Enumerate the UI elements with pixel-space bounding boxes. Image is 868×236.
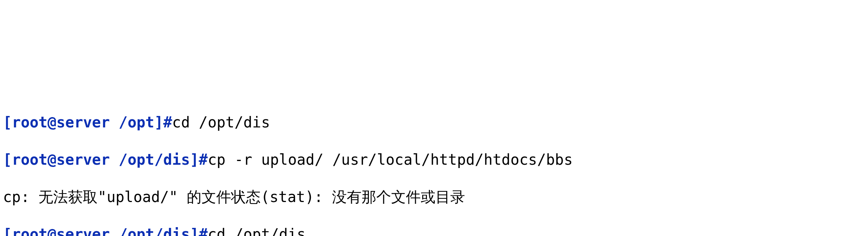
shell-prompt: [root@server /opt/dis]# (3, 226, 208, 236)
shell-prompt: [root@server /opt/dis]# (3, 151, 208, 168)
terminal-line: [root@server /opt/dis]#cp -r upload/ /us… (3, 150, 865, 169)
shell-prompt: [root@server /opt]# (3, 114, 172, 131)
command-text: cp -r upload/ /usr/local/httpd/htdocs/bb… (208, 151, 573, 168)
terminal-line: [root@server /opt/dis]#cd /opt/dis (3, 225, 865, 236)
terminal-output[interactable]: [root@server /opt]#cd /opt/dis [root@ser… (0, 93, 868, 236)
terminal-line: [root@server /opt]#cd /opt/dis (3, 113, 865, 131)
terminal-line: cp: 无法获取"upload/" 的文件状态(stat): 没有那个文件或目录 (3, 188, 865, 206)
command-text: cd /opt/dis (172, 114, 270, 131)
command-text: cd /opt/dis (208, 226, 306, 236)
error-output: cp: 无法获取"upload/" 的文件状态(stat): 没有那个文件或目录 (3, 188, 465, 205)
